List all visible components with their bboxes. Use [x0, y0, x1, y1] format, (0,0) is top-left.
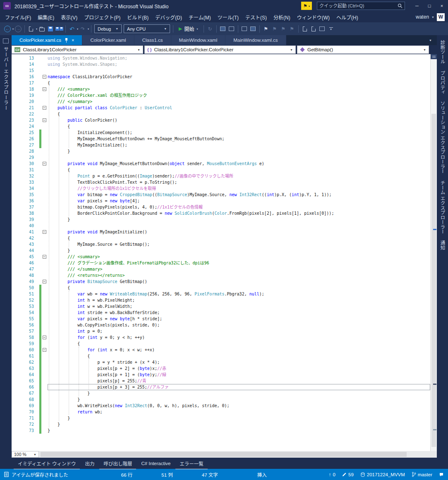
- code-line[interactable]: 41− private void MyImageInitialize(): [12, 229, 430, 235]
- breakpoint-margin[interactable]: [12, 241, 23, 247]
- code-line[interactable]: 44 }: [12, 247, 430, 254]
- solution-configuration-combo[interactable]: Debug▼: [94, 24, 122, 33]
- breakpoint-margin[interactable]: [12, 173, 23, 179]
- code-line[interactable]: 16−namespace ClassLibrary1ColorPicker: [12, 74, 430, 80]
- code-line[interactable]: 73}: [12, 427, 430, 434]
- breakpoint-margin[interactable]: [12, 55, 23, 61]
- breakpoint-margin[interactable]: [12, 235, 23, 241]
- breakpoint-margin[interactable]: [12, 216, 23, 223]
- code-line[interactable]: 18− /// <summary>: [12, 86, 430, 92]
- code-text[interactable]: namespace ClassLibrary1ColorPicker: [48, 74, 430, 80]
- project-dropdown[interactable]: C# ClassLibrary1ColorPicker ▼: [12, 46, 143, 54]
- document-list-dropdown-icon[interactable]: ▼: [429, 39, 432, 42]
- code-line[interactable]: 38 BorderClickPointColor.Background = ne…: [12, 210, 430, 216]
- horizontal-scrollbar-thumb[interactable]: [41, 452, 407, 457]
- code-text[interactable]: BorderClickPointColor.Background = new S…: [48, 210, 430, 216]
- code-line[interactable]: 63 pixels[p + 2] = (byte)x;//赤: [12, 365, 430, 372]
- code-text[interactable]: {: [48, 80, 430, 86]
- code-text[interactable]: /// ColorPicker.xaml の相互作用ロジック: [48, 92, 430, 98]
- fold-margin[interactable]: −: [41, 229, 48, 235]
- code-text[interactable]: }: [48, 148, 430, 154]
- code-line[interactable]: 42 {: [12, 235, 430, 241]
- collapse-icon[interactable]: −: [43, 348, 46, 352]
- breakpoint-margin[interactable]: [12, 210, 23, 216]
- member-dropdown[interactable]: GetBitmap() ▼: [297, 46, 429, 54]
- code-text[interactable]: [48, 154, 430, 161]
- code-line[interactable]: 14using System.Windows.Shapes;: [12, 61, 430, 67]
- code-text[interactable]: int p = 0;: [48, 328, 430, 334]
- code-line[interactable]: 69 wb.WritePixels(new Int32Rect(0, 0, w,…: [12, 403, 430, 409]
- code-text[interactable]: p = y * stride + (x * 4);: [48, 359, 430, 365]
- collapse-icon[interactable]: −: [43, 162, 46, 166]
- panel-tab[interactable]: 出力: [81, 458, 98, 469]
- panel-tab[interactable]: エラー一覧: [175, 458, 208, 469]
- code-line[interactable]: 17{: [12, 80, 430, 86]
- menu-item[interactable]: ヘルプ(H): [333, 12, 362, 23]
- breakpoint-margin[interactable]: [12, 372, 23, 378]
- code-text[interactable]: MyImage.MouseLeftButtonDown += MyImage_M…: [48, 136, 430, 142]
- code-lines[interactable]: 13using System.Windows.Navigation;14usin…: [12, 54, 430, 451]
- code-text[interactable]: [48, 223, 430, 229]
- breakpoint-margin[interactable]: [12, 415, 23, 421]
- code-text[interactable]: var pixels = new byte[h * stride];: [48, 316, 430, 322]
- breakpoint-margin[interactable]: [12, 334, 23, 341]
- breakpoint-margin[interactable]: [12, 254, 23, 260]
- type-dropdown[interactable]: { } ClassLibrary1ColorPicker.ColorPicker…: [144, 46, 296, 54]
- code-text[interactable]: //クリックした場所の1x1ピクセルを取得: [48, 185, 430, 192]
- git-branch[interactable]: master: [412, 472, 432, 477]
- code-text[interactable]: }: [48, 216, 430, 223]
- menu-item[interactable]: 編集(E): [34, 12, 57, 23]
- server-explorer-tab[interactable]: サーバー エクスプローラー: [2, 47, 9, 110]
- close-button[interactable]: ×: [436, 0, 448, 12]
- code-text[interactable]: {: [48, 167, 430, 173]
- tool-window-tab[interactable]: プロパティ: [439, 71, 446, 95]
- user-dropdown-icon[interactable]: ▼: [431, 16, 434, 19]
- breakpoint-margin[interactable]: [12, 291, 23, 297]
- redo-icon[interactable]: ↷: [79, 24, 87, 34]
- code-line[interactable]: 21− public partial class ColorPicker : U…: [12, 105, 430, 111]
- breakpoint-margin[interactable]: [12, 328, 23, 334]
- fold-margin[interactable]: −: [41, 105, 48, 111]
- menu-item[interactable]: テスト(S): [242, 12, 270, 23]
- code-line[interactable]: 67 }: [12, 390, 430, 396]
- menu-item[interactable]: 表示(V): [57, 12, 81, 23]
- code-text[interactable]: MyImage.Source = GetBitmap();: [48, 241, 430, 247]
- code-text[interactable]: /// </summary>: [48, 266, 430, 272]
- fold-margin[interactable]: −: [41, 86, 48, 92]
- fold-margin[interactable]: −: [41, 334, 48, 341]
- uncomment-selection-icon[interactable]: [309, 24, 318, 34]
- collapse-icon[interactable]: −: [43, 87, 46, 91]
- breakpoint-margin[interactable]: [12, 384, 23, 390]
- breakpoint-margin[interactable]: [12, 303, 23, 310]
- code-text[interactable]: bitmap.CopyPixels(pixels, 4, 0);//1x1ピクセ…: [48, 204, 430, 210]
- breakpoint-margin[interactable]: [12, 285, 23, 291]
- breakpoint-margin[interactable]: [12, 179, 23, 185]
- breakpoint-margin[interactable]: [12, 67, 23, 74]
- user-name[interactable]: waten: [416, 14, 429, 20]
- editor-split-handle[interactable]: [431, 54, 437, 59]
- breakpoint-margin[interactable]: [12, 403, 23, 409]
- save-all-icon[interactable]: [55, 24, 63, 34]
- breakpoint-margin[interactable]: [12, 223, 23, 229]
- undo-icon[interactable]: ↶: [68, 24, 76, 34]
- panel-tab[interactable]: C# Interactive: [137, 458, 175, 468]
- vertical-scrollbar[interactable]: [430, 54, 437, 451]
- code-line[interactable]: 47 /// </summary>: [12, 266, 430, 272]
- code-text[interactable]: InitializeComponent();: [48, 130, 430, 136]
- code-line[interactable]: 60− for (int x = 0; x < w; ++x): [12, 347, 430, 353]
- maximize-button[interactable]: □: [423, 0, 436, 12]
- code-line[interactable]: 43 MyImage.Source = GetBitmap();: [12, 241, 430, 247]
- fold-margin[interactable]: −: [41, 117, 48, 123]
- toggle-bookmark-icon[interactable]: ⚑: [262, 24, 270, 34]
- notifications-flag-button[interactable]: ⚑▾: [301, 2, 312, 10]
- breakpoint-margin[interactable]: [12, 247, 23, 254]
- new-file-icon[interactable]: [27, 24, 35, 34]
- breakpoint-margin[interactable]: [12, 123, 23, 130]
- open-file-icon[interactable]: [38, 24, 46, 34]
- code-line[interactable]: 50 {: [12, 285, 430, 291]
- document-tab[interactable]: MainWindow.xaml: [171, 35, 226, 45]
- breakpoint-margin[interactable]: [12, 117, 23, 123]
- tool-window-tab[interactable]: チーム エクスプローラー: [439, 180, 446, 234]
- tool-window-tab[interactable]: ソリューション エクスプローラー: [439, 101, 446, 174]
- code-line[interactable]: 57 int p = 0;: [12, 328, 430, 334]
